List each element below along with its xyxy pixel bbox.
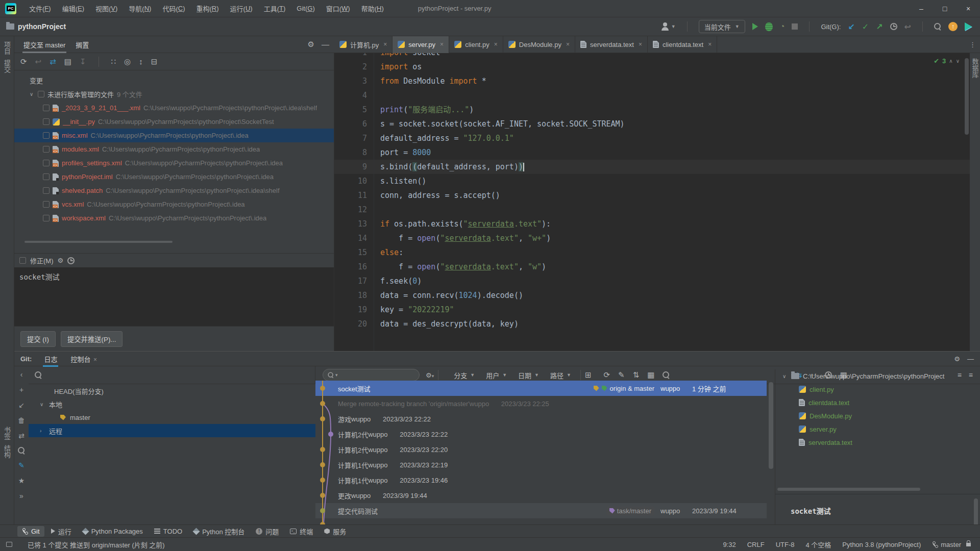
- tab-commit-to-master[interactable]: 提交至 master: [22, 36, 66, 53]
- filter-1[interactable]: 用户▼: [486, 370, 507, 380]
- prev-problem-icon[interactable]: ∧: [949, 58, 952, 64]
- close-icon[interactable]: ×: [639, 41, 642, 48]
- changed-file-row[interactable]: clientdata.text: [775, 396, 980, 409]
- close-button[interactable]: ×: [957, 0, 980, 17]
- changed-file-row[interactable]: server.py: [775, 422, 980, 436]
- details-scrollbar[interactable]: [974, 498, 978, 524]
- find-icon[interactable]: [18, 447, 25, 454]
- editor-scrollbar[interactable]: [965, 58, 969, 135]
- update-notification-icon[interactable]: ↑: [948, 22, 958, 31]
- changed-file-row[interactable]: client.py: [775, 383, 980, 396]
- chevron-down-icon[interactable]: ∨: [40, 402, 45, 407]
- history-icon[interactable]: [67, 257, 75, 264]
- commit-button[interactable]: 提交 (I): [20, 331, 56, 347]
- group-checkbox[interactable]: [38, 91, 44, 97]
- changed-file-row[interactable]: vcs.xmlC:\Users\wuppo\PycharmProjects\py…: [14, 197, 334, 211]
- hide-icon[interactable]: —: [967, 355, 974, 363]
- gear-icon[interactable]: ⚙: [308, 40, 314, 49]
- delete-icon[interactable]: 🗑: [18, 416, 25, 424]
- menu-4[interactable]: 代码(C): [157, 0, 190, 17]
- git-branch-widget[interactable]: master: [932, 541, 961, 548]
- commit-row[interactable]: 计算机2代wuppo2023/3/23 22:20: [315, 442, 767, 457]
- toolwindow-button-服务[interactable]: 服务: [320, 525, 351, 538]
- file-checkbox[interactable]: [43, 132, 50, 139]
- filter-3[interactable]: 路径▼: [550, 370, 571, 380]
- file-checkbox[interactable]: [43, 160, 50, 166]
- editor-tab-server.py[interactable]: server.py×: [393, 36, 449, 53]
- horizontal-scrollbar[interactable]: [24, 241, 173, 243]
- commit-row[interactable]: 更改wuppo2023/3/9 19:44: [315, 488, 767, 503]
- changed-file-row[interactable]: _2023_3_9_21_01___.xmlC:\Users\wuppo\Pyc…: [14, 101, 334, 115]
- find-icon[interactable]: [663, 371, 670, 379]
- collapse-all-icon[interactable]: ⊟: [151, 57, 158, 66]
- changed-file-row[interactable]: profiles_settings.xmlC:\Users\wuppo\Pych…: [14, 156, 334, 170]
- toolwindow-tab-commit[interactable]: 提交: [0, 60, 14, 73]
- editor-tab-clientdata.text[interactable]: clientdata.text×: [648, 36, 717, 53]
- checkout-icon[interactable]: ↙: [18, 401, 24, 409]
- menu-6[interactable]: 运行(U): [225, 0, 258, 17]
- changed-file-row[interactable]: misc.xmlC:\Users\wuppo\PycharmProjects\p…: [14, 129, 334, 142]
- log-scrollbar[interactable]: [769, 382, 773, 469]
- commit-row[interactable]: socket测试origin & masterwuppo1 分钟 之前: [315, 381, 767, 396]
- refresh-icon[interactable]: ⟳: [20, 57, 27, 66]
- toolwindow-button-终端[interactable]: >_终端: [285, 525, 317, 538]
- toolwindow-button-Python 控制台[interactable]: Python 控制台: [189, 525, 249, 538]
- file-checkbox[interactable]: [43, 201, 50, 208]
- commit-message-input[interactable]: socket测试: [14, 267, 334, 327]
- file-checkbox[interactable]: [43, 173, 50, 180]
- rollback-icon[interactable]: ↩: [904, 22, 911, 32]
- amend-checkbox[interactable]: [19, 257, 26, 264]
- file-tree-root[interactable]: ∨ C:\Users\wuppo\PycharmProjects\pythonP…: [775, 369, 980, 383]
- menu-7[interactable]: 工具(T): [258, 0, 291, 17]
- commit-and-push-button[interactable]: 提交并推送(P)...: [61, 331, 123, 347]
- expand-all-icon[interactable]: ↕: [139, 57, 143, 66]
- group-by-icon[interactable]: ∷: [111, 57, 116, 66]
- chevron-down-icon[interactable]: ∨: [30, 91, 35, 97]
- menu-2[interactable]: 视图(V): [90, 0, 123, 17]
- tabs-more-icon[interactable]: ⋮: [969, 41, 976, 48]
- maximize-button[interactable]: □: [933, 0, 957, 17]
- commit-row[interactable]: 计算机1代wuppo2023/3/23 19:46: [315, 472, 767, 488]
- star-icon[interactable]: ★: [18, 477, 25, 485]
- commit-row[interactable]: 计算机2代wuppo2023/3/23 22:22: [315, 427, 767, 442]
- toolwindow-button-问题[interactable]: !问题: [251, 525, 283, 538]
- file-checkbox[interactable]: [43, 146, 50, 153]
- branch-remote-row[interactable]: ›远程: [29, 424, 315, 437]
- commit-row[interactable]: 计算机1代wuppo2023/3/23 22:19: [315, 457, 767, 472]
- line-separator[interactable]: CRLF: [747, 541, 765, 548]
- commit-row[interactable]: [315, 518, 767, 524]
- file-checkbox[interactable]: [43, 215, 50, 221]
- menu-9[interactable]: 窗口(W): [321, 0, 356, 17]
- branch-local-row[interactable]: ∨本地: [29, 397, 315, 411]
- code-editor[interactable]: 1234567891011121314151617181920 import s…: [334, 53, 970, 351]
- minimize-button[interactable]: –: [910, 0, 933, 17]
- menu-1[interactable]: 编辑(E): [57, 0, 90, 17]
- changed-file-row[interactable]: pythonProject.imlC:\Users\wuppo\PycharmP…: [14, 170, 334, 184]
- toolwindow-toggle-icon[interactable]: [6, 542, 12, 547]
- hide-icon[interactable]: —: [322, 40, 329, 49]
- preview-icon[interactable]: ◎: [124, 57, 131, 66]
- toolwindow-button-TODO[interactable]: TODO: [150, 526, 187, 537]
- commit-row[interactable]: 游戏wuppo2023/3/23 22:22: [315, 411, 767, 427]
- rollback-icon[interactable]: ↩: [35, 57, 42, 66]
- unversioned-group-row[interactable]: ∨ 未进行版本管理的文件 9 个文件: [14, 87, 334, 101]
- editor-tab-计算机.py[interactable]: 计算机.py×: [334, 36, 393, 53]
- caret-position[interactable]: 9:32: [723, 541, 736, 548]
- menu-5[interactable]: 重构(R): [191, 0, 225, 17]
- project-breadcrumb[interactable]: pythonProject: [6, 22, 66, 31]
- changed-file-row[interactable]: workspace.xmlC:\Users\wuppo\PycharmProje…: [14, 211, 334, 225]
- commit-row[interactable]: 提交代码测试task/masterwuppo2023/3/9 19:44: [315, 503, 767, 518]
- download-icon[interactable]: ↧: [80, 57, 86, 66]
- branch-search-bar[interactable]: [29, 366, 315, 384]
- add-icon[interactable]: +: [19, 386, 23, 394]
- file-checkbox[interactable]: [43, 118, 50, 125]
- menu-8[interactable]: Git(G): [291, 0, 320, 17]
- profiler-button[interactable]: ◔: [780, 22, 785, 31]
- diff-icon[interactable]: ▤: [64, 57, 71, 66]
- editor-tab-serverdata.text[interactable]: serverdata.text×: [575, 36, 648, 53]
- inspection-widget[interactable]: ✔3 ∧ ∨: [934, 57, 960, 65]
- user-menu[interactable]: ▼: [661, 22, 676, 31]
- cherry-pick-icon[interactable]: ⇄: [18, 432, 24, 440]
- editor-tab-client.py[interactable]: client.py×: [449, 36, 503, 53]
- branch-head-row[interactable]: HEAD(当前分支): [29, 384, 315, 397]
